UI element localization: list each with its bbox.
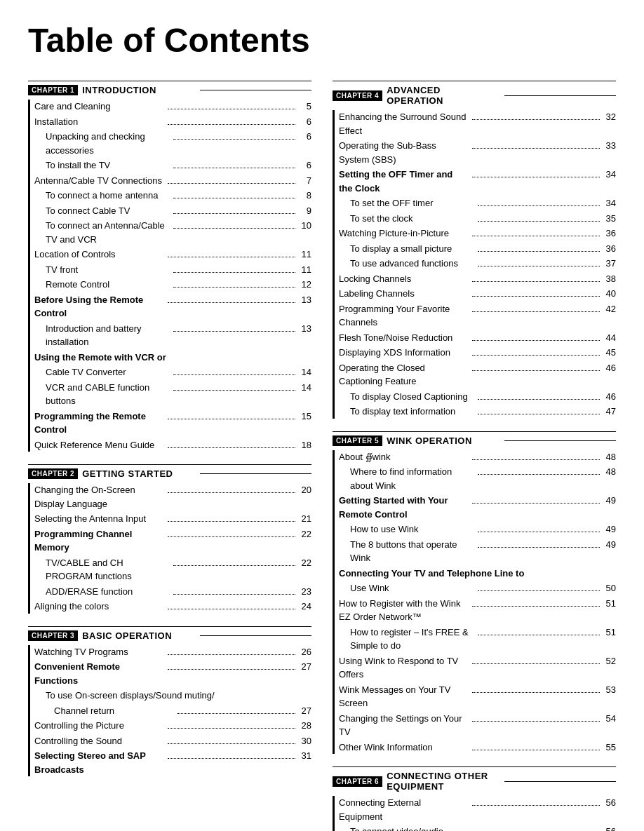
toc-entry: Selecting Stereo and SAP Broadcasts31 xyxy=(34,749,311,776)
toc-entry: Changing the On-Screen Display Language2… xyxy=(34,483,311,511)
chapter-label-chapter1: CHAPTER 1 xyxy=(28,85,78,95)
page-title: Table of Contents xyxy=(28,21,616,60)
entry-dots xyxy=(173,228,296,229)
chapter-header-chapter2: CHAPTER 2GETTING STARTED xyxy=(28,464,311,479)
entry-text: Controlling the Sound xyxy=(34,734,166,748)
entry-text: Remote Control xyxy=(34,278,171,292)
chapter-header-chapter1: CHAPTER 1INTRODUCTION xyxy=(28,81,311,95)
toc-entry: VCR and CABLE function buttons14 xyxy=(34,381,311,408)
entry-dots xyxy=(168,609,296,609)
toc-entry: Programming the Remote Control15 xyxy=(34,410,311,437)
entry-dots xyxy=(168,257,296,257)
toc-entry: To install the TV6 xyxy=(34,158,311,173)
entry-dots xyxy=(168,302,296,303)
entry-dots xyxy=(478,221,601,222)
entry-text: To connect Cable TV xyxy=(34,204,171,218)
entry-page: 48 xyxy=(602,465,616,479)
entry-text: Programming the Remote Control xyxy=(34,410,166,437)
toc-entry: Using the Remote with VCR or xyxy=(34,351,311,365)
entry-text: To use advanced functions xyxy=(339,257,476,271)
toc-entry: Other Wink Information55 xyxy=(339,741,616,755)
entry-text: How to Register with the Wink EZ Order N… xyxy=(339,597,470,624)
entry-text: To display Closed Captioning xyxy=(339,390,476,404)
entry-text: Connecting Your TV and Telephone Line to xyxy=(339,567,616,581)
toc-entry: To connect Cable TV9 xyxy=(34,204,311,218)
toc-entry: Programming Channel Memory22 xyxy=(34,527,311,555)
entry-text: Installation xyxy=(34,115,166,129)
entry-page: 14 xyxy=(297,365,311,379)
entry-page: 20 xyxy=(297,483,311,497)
entry-text: Selecting Stereo and SAP Broadcasts xyxy=(34,749,166,776)
entry-text: TV front xyxy=(34,263,171,277)
entry-dots xyxy=(173,139,296,140)
entry-text: Setting the OFF Timer and the Clock xyxy=(339,168,470,195)
chapter-header-chapter6: CHAPTER 6CONNECTING OTHER EQUIPMENT xyxy=(333,766,616,792)
entry-dots xyxy=(478,547,601,548)
toc-entry: Selecting the Antenna Input21 xyxy=(34,512,311,526)
entry-text: Programming Your Favorite Channels xyxy=(339,302,470,330)
entry-text: Channel return xyxy=(34,704,175,718)
chapter-block-chapter3: CHAPTER 3BASIC OPERATIONWatching TV Prog… xyxy=(28,626,311,777)
entry-text: The 8 buttons that operate Wink xyxy=(339,538,476,565)
entry-page: 7 xyxy=(297,174,311,188)
entry-text: VCR and CABLE function buttons xyxy=(34,381,171,408)
entry-page: 48 xyxy=(602,450,616,464)
entry-page: 32 xyxy=(602,110,616,124)
entry-page: 42 xyxy=(602,302,616,316)
toc-entry: About ∯wink48 xyxy=(339,450,616,464)
toc-entry: Displaying XDS Information45 xyxy=(339,346,616,360)
entry-dots xyxy=(472,692,601,693)
chapter-label-chapter6: CHAPTER 6 xyxy=(333,776,382,787)
toc-entry: Getting Started with Your Remote Control… xyxy=(339,494,616,521)
chapter-header-chapter3: CHAPTER 3BASIC OPERATION xyxy=(28,626,311,641)
toc-entry: Controlling the Sound30 xyxy=(34,734,311,748)
chapter-line-chapter4 xyxy=(504,95,616,96)
toc-entry: Cable TV Converter14 xyxy=(34,365,311,379)
chapter-block-chapter2: CHAPTER 2GETTING STARTEDChanging the On-… xyxy=(28,464,311,614)
toc-entry: Unpacking and checking accessories6 xyxy=(34,130,311,157)
toc-entry: TV/CABLE and CH PROGRAM functions22 xyxy=(34,556,311,583)
right-column: CHAPTER 4ADVANCED OPERATIONEnhancing the… xyxy=(333,81,616,831)
entry-page: 9 xyxy=(297,204,311,218)
entry-text: About ∯wink xyxy=(339,450,470,464)
entry-page: 15 xyxy=(297,410,311,424)
chapter-entries-chapter1: Care and Cleaning5Installation6Unpacking… xyxy=(28,100,311,452)
entry-page: 13 xyxy=(297,322,311,336)
chapter-label-chapter2: CHAPTER 2 xyxy=(28,468,78,479)
entry-dots xyxy=(472,148,601,149)
entry-dots xyxy=(173,594,296,595)
toc-entry: Flesh Tone/Noise Reduction44 xyxy=(339,331,616,345)
entry-page: 18 xyxy=(297,438,311,452)
entry-dots xyxy=(168,728,296,729)
toc-entry: Location of Controls11 xyxy=(34,248,311,262)
entry-dots xyxy=(168,536,296,537)
toc-entry: Operating the Closed Captioning Feature4… xyxy=(339,361,616,389)
toc-entry: Aligning the colors24 xyxy=(34,600,311,614)
entry-dots xyxy=(478,532,601,532)
entry-text: To display a small picture xyxy=(339,242,476,256)
chapter-block-chapter1: CHAPTER 1INTRODUCTIONCare and Cleaning5I… xyxy=(28,81,311,452)
entry-page: 49 xyxy=(602,522,616,536)
entry-page: 23 xyxy=(297,585,311,599)
entry-page: 44 xyxy=(602,331,616,345)
entry-dots xyxy=(472,805,601,806)
entry-page: 55 xyxy=(602,741,616,755)
chapter-line-chapter2 xyxy=(200,473,311,474)
entry-page: 56 xyxy=(602,825,616,831)
entry-dots xyxy=(478,266,601,266)
toc-entry: Wink Messages on Your TV Screen53 xyxy=(339,683,616,710)
entry-page: 38 xyxy=(602,272,616,286)
toc-entry: Quick Reference Menu Guide18 xyxy=(34,438,311,452)
entry-text: Getting Started with Your Remote Control xyxy=(339,494,470,521)
entry-text: Aligning the colors xyxy=(34,600,166,614)
toc-entry: To display text information47 xyxy=(339,405,616,419)
entry-dots xyxy=(478,414,601,414)
entry-dots xyxy=(173,168,296,168)
toc-entry: Convenient Remote Functions27 xyxy=(34,660,311,687)
chapter-header-chapter4: CHAPTER 4ADVANCED OPERATION xyxy=(333,81,616,106)
entry-text: Labeling Channels xyxy=(339,287,470,301)
entry-text: To set the clock xyxy=(339,212,476,226)
toc-entry: How to register – It's FREE & Simple to … xyxy=(339,626,616,653)
entry-text: To install the TV xyxy=(34,158,171,173)
entry-dots xyxy=(478,635,601,635)
